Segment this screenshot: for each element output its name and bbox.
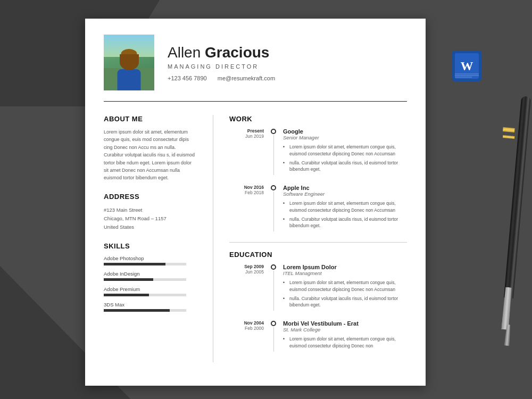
timeline-dot-2 bbox=[271, 185, 276, 190]
resume-card: Allen Gracious MANAGING DIRECTOR +123 45… bbox=[85, 19, 426, 386]
right-column: WORK Present Jun 2019 Google Senior Mana… bbox=[229, 115, 407, 362]
work-dates-1: Present Jun 2019 bbox=[229, 128, 264, 175]
work-date-bottom-1: Jun 2019 bbox=[229, 134, 264, 139]
work-date-top-2: Nov 2016 bbox=[229, 185, 264, 190]
skill-item-2: Adobe InDesign bbox=[104, 271, 197, 281]
work-company-2: Apple Inc bbox=[283, 185, 407, 191]
edu-bullets-2: Lorem ipsum dolor sit amet, elementum co… bbox=[283, 336, 407, 350]
address-lines: #123 Main Street Chicago, MTN Road – 115… bbox=[104, 206, 197, 231]
work-item-2: Nov 2016 Feb 2018 Apple Inc Software Eng… bbox=[229, 185, 407, 231]
address-line1: #123 Main Street bbox=[104, 206, 197, 214]
work-date-top-1: Present bbox=[229, 128, 264, 134]
skill-item-4: 3DS Max bbox=[104, 302, 197, 312]
edu-company-1: Lorem Ipsum Dolor bbox=[283, 264, 407, 270]
timeline-line-1 bbox=[273, 135, 274, 175]
education-section: EDUCATION Sep 2009 Jun 2005 Lorem Ipsum … bbox=[229, 251, 407, 352]
resume-header: Allen Gracious MANAGING DIRECTOR +123 45… bbox=[85, 19, 426, 101]
work-bullet-2-2: nulla. Curabitur volutpat iaculis risus,… bbox=[283, 216, 407, 230]
edu-dot-2 bbox=[271, 321, 276, 326]
skill-item-3: Adobe Premium bbox=[104, 286, 197, 296]
edu-dot-col-2 bbox=[269, 320, 278, 352]
skill-bar-bg-3 bbox=[104, 294, 186, 296]
skill-name-4: 3DS Max bbox=[104, 302, 197, 307]
address-line3: United States bbox=[104, 223, 197, 231]
pen-decoration bbox=[489, 96, 519, 372]
pen-body bbox=[504, 96, 531, 298]
skill-bar-fill-4 bbox=[104, 309, 170, 312]
education-title: EDUCATION bbox=[229, 251, 407, 259]
work-bullet-1-2: nulla. Curabitur volutpat iaculis risus,… bbox=[283, 160, 407, 173]
edu-bullets-1: Lorem ipsum dolor sit amet, elementum co… bbox=[283, 279, 407, 309]
work-title: WORK bbox=[229, 115, 407, 123]
header-name-last: Gracious bbox=[205, 44, 269, 61]
skill-bar-fill-3 bbox=[104, 294, 149, 296]
skill-bar-bg-2 bbox=[104, 278, 186, 281]
work-role-1: Senior Manager bbox=[283, 135, 407, 140]
header-contact: +123 456 7890 me@resumekraft.com bbox=[168, 75, 407, 81]
timeline-dot-col-1 bbox=[269, 128, 278, 175]
skill-bar-bg-1 bbox=[104, 263, 186, 265]
work-dates-2: Nov 2016 Feb 2018 bbox=[229, 185, 264, 231]
work-company-1: Google bbox=[283, 128, 407, 135]
edu-date-bottom-2: Feb 2000 bbox=[229, 326, 264, 331]
word-icon[interactable]: W bbox=[452, 51, 481, 81]
edu-dot-col-1 bbox=[269, 264, 278, 311]
about-title: ABOUT ME bbox=[104, 115, 197, 123]
edu-company-2: Morbi Vel Vestibulum - Erat bbox=[283, 320, 407, 327]
skill-bar-fill-1 bbox=[104, 263, 165, 265]
edu-date-top-1: Sep 2009 bbox=[229, 264, 264, 269]
skill-bar-fill-2 bbox=[104, 278, 153, 281]
skills-title: SKILLS bbox=[104, 242, 197, 250]
work-bullet-1-1: Lorem ipsum dolor sit amet, elementum co… bbox=[283, 144, 407, 157]
edu-bullet-1-2: nulla. Curabitur volutpat iaculis risus,… bbox=[283, 295, 407, 309]
header-name-first: Allen bbox=[168, 44, 205, 61]
skill-bar-bg-4 bbox=[104, 309, 186, 312]
edu-role-1: ITEL Managment bbox=[283, 270, 407, 276]
edu-dates-2: Nov 2004 Feb 2000 bbox=[229, 320, 264, 352]
edu-dates-1: Sep 2009 Jun 2005 bbox=[229, 264, 264, 311]
edu-bullet-2-1: Lorem ipsum dolor sit amet, elementum co… bbox=[283, 336, 407, 350]
about-text: Lorem ipsum dolor sit amet, elementum co… bbox=[104, 128, 197, 182]
header-phone: +123 456 7890 bbox=[168, 75, 207, 81]
work-bullets-1: Lorem ipsum dolor sit amet, elementum co… bbox=[283, 144, 407, 173]
edu-item-1: Sep 2009 Jun 2005 Lorem Ipsum Dolor ITEL… bbox=[229, 264, 407, 311]
edu-date-bottom-1: Jun 2005 bbox=[229, 269, 264, 275]
edu-content-1: Lorem Ipsum Dolor ITEL Managment Lorem i… bbox=[283, 264, 407, 311]
work-bullets-2: Lorem ipsum dolor sit amet, elementum co… bbox=[283, 200, 407, 229]
profile-photo bbox=[104, 35, 154, 90]
work-content-2: Apple Inc Software Engineer Lorem ipsum … bbox=[283, 185, 407, 231]
work-section: WORK Present Jun 2019 Google Senior Mana… bbox=[229, 115, 407, 231]
header-info: Allen Gracious MANAGING DIRECTOR +123 45… bbox=[168, 44, 407, 81]
address-title: ADDRESS bbox=[104, 193, 197, 201]
edu-role-2: St. Mark College bbox=[283, 327, 407, 332]
pen-ring2 bbox=[503, 135, 514, 139]
skills-section: SKILLS Adobe Photoshop Adobe InDesign Ad… bbox=[104, 242, 197, 312]
timeline-line-2 bbox=[273, 192, 274, 231]
edu-item-2: Nov 2004 Feb 2000 Morbi Vel Vestibulum -… bbox=[229, 320, 407, 352]
header-name: Allen Gracious bbox=[168, 44, 407, 61]
section-divider bbox=[229, 242, 407, 243]
timeline-dot-1 bbox=[271, 129, 276, 134]
header-email: me@resumekraft.com bbox=[218, 75, 275, 81]
column-divider bbox=[213, 115, 213, 362]
work-date-bottom-2: Feb 2018 bbox=[229, 190, 264, 195]
left-column: ABOUT ME Lorem ipsum dolor sit amet, ele… bbox=[104, 115, 197, 362]
skill-name-3: Adobe Premium bbox=[104, 286, 197, 292]
resume-body: ABOUT ME Lorem ipsum dolor sit amet, ele… bbox=[85, 102, 426, 376]
edu-bullet-1-1: Lorem ipsum dolor sit amet, elementum co… bbox=[283, 279, 407, 293]
word-icon-lines bbox=[455, 73, 479, 78]
timeline-dot-col-2 bbox=[269, 185, 278, 231]
address-line2: Chicago, MTN Road – 1157 bbox=[104, 214, 197, 223]
work-item-1: Present Jun 2019 Google Senior Manager L… bbox=[229, 128, 407, 175]
skill-name-2: Adobe InDesign bbox=[104, 271, 197, 277]
address-section: ADDRESS #123 Main Street Chicago, MTN Ro… bbox=[104, 193, 197, 231]
work-content-1: Google Senior Manager Lorem ipsum dolor … bbox=[283, 128, 407, 175]
header-title: MANAGING DIRECTOR bbox=[168, 63, 407, 70]
skill-name-1: Adobe Photoshop bbox=[104, 255, 197, 261]
edu-date-top-2: Nov 2004 bbox=[229, 320, 264, 326]
pen-ring1 bbox=[503, 127, 515, 132]
edu-line-1 bbox=[273, 271, 274, 311]
pen-tip bbox=[501, 287, 512, 330]
work-bullet-2-1: Lorem ipsum dolor sit amet, elementum co… bbox=[283, 200, 407, 214]
edu-line-2 bbox=[273, 327, 274, 352]
